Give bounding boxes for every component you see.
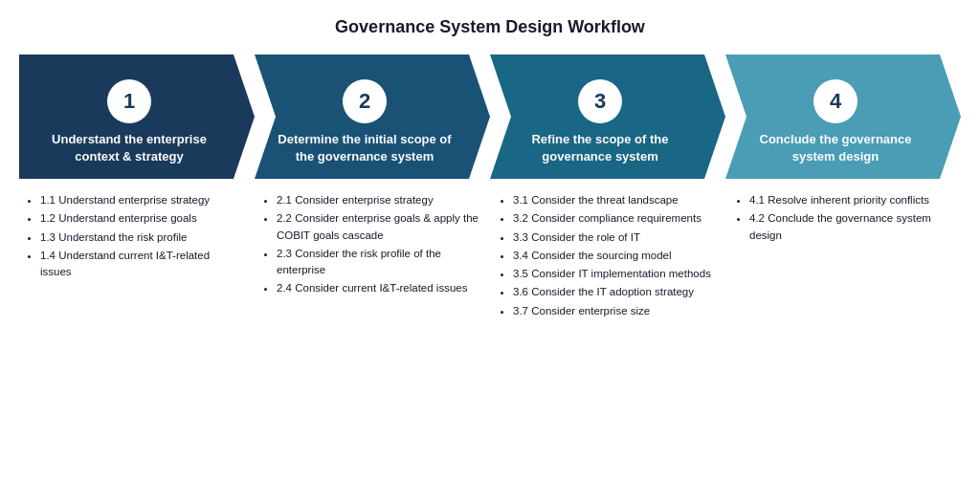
step-label-1: Understand the enterprise context & stra…	[33, 131, 226, 165]
detail-item-1-1: 1.1 Understand enterprise strategy	[40, 192, 242, 208]
detail-item-3-5: 3.5 Consider IT implementation methods	[513, 266, 715, 282]
arrow-step-4: 4Conclude the governance system design	[725, 55, 961, 179]
step-number-2: 2	[343, 79, 387, 123]
detail-item-4-1: 4.1 Resolve inherent priority conflicts	[749, 192, 951, 208]
detail-item-3-4: 3.4 Consider the sourcing model	[513, 248, 715, 264]
detail-item-3-3: 3.3 Consider the role of IT	[513, 229, 715, 246]
details-row: 1.1 Understand enterprise strategy1.2 Un…	[19, 192, 961, 321]
detail-item-3-7: 3.7 Consider enterprise size	[513, 303, 715, 319]
detail-item-3-6: 3.6 Consider the IT adoption strategy	[513, 284, 715, 300]
detail-col-2: 2.1 Consider enterprise strategy2.2 Cons…	[256, 192, 488, 321]
detail-col-4: 4.1 Resolve inherent priority conflicts4…	[728, 192, 961, 321]
arrow-shape-4: 4Conclude the governance system design	[725, 55, 961, 179]
page-title: Governance System Design Workflow	[335, 17, 645, 37]
detail-item-3-2: 3.2 Consider compliance requirements	[513, 210, 715, 227]
detail-col-3: 3.1 Consider the threat landscape3.2 Con…	[492, 192, 724, 321]
step-number-4: 4	[813, 79, 858, 123]
detail-item-2-1: 2.1 Consider enterprise strategy	[277, 192, 479, 208]
detail-item-1-3: 1.3 Understand the risk profile	[40, 229, 242, 246]
step-number-3: 3	[578, 79, 622, 123]
detail-item-2-2: 2.2 Consider enterprise goals & apply th…	[277, 210, 479, 244]
arrow-shape-1: 1Understand the enterprise context & str…	[19, 55, 255, 179]
step-label-2: Determine the initial scope of the gover…	[268, 131, 461, 165]
detail-item-3-1: 3.1 Consider the threat landscape	[513, 192, 715, 208]
arrow-step-2: 2Determine the initial scope of the gove…	[255, 55, 490, 179]
detail-item-4-2: 4.2 Conclude the governance system desig…	[749, 210, 951, 244]
step-label-4: Conclude the governance system design	[739, 131, 932, 165]
arrow-shape-2: 2Determine the initial scope of the gove…	[255, 55, 490, 179]
arrow-step-3: 3Refine the scope of the governance syst…	[490, 55, 725, 179]
detail-item-1-2: 1.2 Understand enterprise goals	[40, 210, 242, 227]
arrow-shape-3: 3Refine the scope of the governance syst…	[490, 55, 725, 179]
detail-item-2-4: 2.4 Consider current I&T-related issues	[277, 280, 479, 296]
arrows-row: 1Understand the enterprise context & str…	[19, 55, 961, 179]
arrow-step-1: 1Understand the enterprise context & str…	[19, 55, 255, 179]
step-number-1: 1	[107, 79, 151, 123]
detail-col-1: 1.1 Understand enterprise strategy1.2 Un…	[19, 192, 252, 321]
workflow-container: 1Understand the enterprise context & str…	[19, 55, 961, 321]
step-label-3: Refine the scope of the governance syste…	[503, 131, 697, 165]
detail-item-2-3: 2.3 Consider the risk profile of the ent…	[277, 246, 479, 279]
detail-item-1-4: 1.4 Understand current I&T-related issue…	[40, 248, 242, 281]
